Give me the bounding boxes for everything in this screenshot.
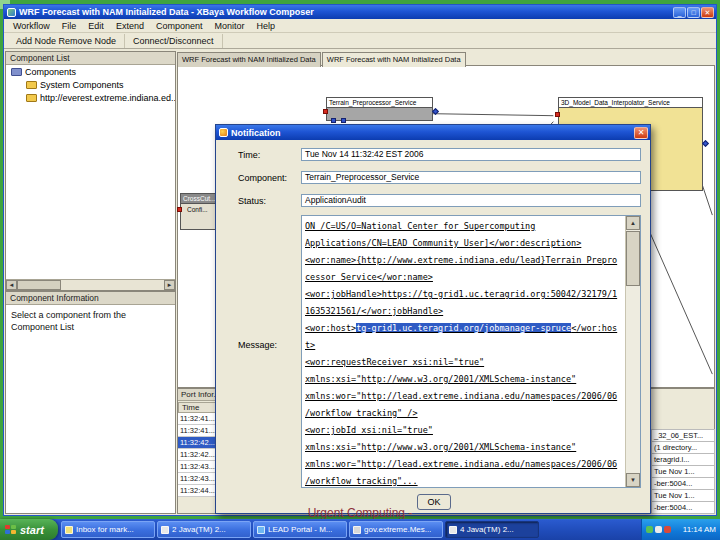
toolbar-button[interactable]: Add Node Remove Node <box>8 34 125 48</box>
time-field[interactable]: Tue Nov 14 11:32:42 EST 2006 <box>301 148 641 161</box>
taskbar-task-button[interactable]: 4 Java(TM) 2... <box>445 521 539 538</box>
message-line: xmlns:xsi="http://www.w3.org/2001/XMLSch… <box>305 371 623 388</box>
tab-wrf-forecast-2[interactable]: WRF Forecast with NAM Initialized Data <box>322 52 466 67</box>
taskbar: start Inbox for mark... 2 Java(TM) 2... … <box>0 519 720 540</box>
menu-item[interactable]: Edit <box>82 19 110 33</box>
tray-icons <box>646 526 671 533</box>
component-field[interactable]: Terrain_Preprocessor_Service <box>301 171 641 184</box>
folder-icon <box>26 94 37 102</box>
menu-item[interactable]: Component <box>150 19 209 33</box>
output-port[interactable] <box>331 118 336 123</box>
message-scrollbar[interactable]: ▲ ▼ <box>625 216 640 487</box>
component-info-text: Select a component from the Component Li… <box>6 305 175 337</box>
notification-dialog: Notification ✕ Time: Tue Nov 14 11:32:42… <box>215 124 651 514</box>
taskbar-clock: 11:14 AM <box>683 525 716 534</box>
monitor-cell[interactable]: Tue Nov 1... <box>651 466 715 478</box>
message-line: Applications/CN=LEAD Community User]</wo… <box>305 235 623 252</box>
tree-item-components[interactable]: Components <box>6 65 175 78</box>
monitor-cell[interactable]: _32_06_EST... <box>651 430 715 442</box>
message-box[interactable]: ON /C=US/O=National Center for Supercomp… <box>301 215 641 488</box>
scroll-up-icon[interactable]: ▲ <box>626 216 640 230</box>
menu-item[interactable]: File <box>56 19 83 33</box>
input-port[interactable] <box>323 109 328 114</box>
input-port[interactable] <box>177 207 182 212</box>
horizontal-scrollbar[interactable]: ◄ ► <box>6 279 175 290</box>
message-line: cessor_Service</wor:name> <box>305 269 623 286</box>
time-label: Time: <box>238 150 260 160</box>
node-terrain-preprocessor[interactable]: Terrain_Preprocessor_Service <box>326 97 433 121</box>
tray-icon[interactable] <box>655 526 662 533</box>
toolbar-button[interactable]: Connect/Disconnect <box>125 34 223 48</box>
input-port[interactable] <box>555 112 560 117</box>
taskbar-task-button[interactable]: LEAD Portal - M... <box>253 521 347 538</box>
tree-item-label: System Components <box>40 80 124 90</box>
scroll-right-icon[interactable]: ► <box>164 280 175 290</box>
folder-icon <box>26 81 37 89</box>
scrollbar-track[interactable] <box>61 280 164 290</box>
maximize-button[interactable]: □ <box>687 7 700 18</box>
tree-item-registry-url[interactable]: http://everest.extreme.indiana.ed... <box>6 91 175 104</box>
monitor-right-cells: _32_06_EST...(1 directory...teragrid.l..… <box>651 429 715 514</box>
message-text-segment: </wor:hos <box>571 323 617 333</box>
scroll-down-icon[interactable]: ▼ <box>626 473 640 487</box>
output-port[interactable] <box>341 118 346 123</box>
minimize-button[interactable]: _ <box>673 7 686 18</box>
monitor-cell[interactable]: Tue Nov 1... <box>651 490 715 502</box>
message-text-segment: xmlns:xsi="http://www.w3.org/2001/XMLSch… <box>305 374 576 384</box>
menu-item[interactable]: Extend <box>110 19 150 33</box>
task-label: LEAD Portal - M... <box>268 525 332 534</box>
dialog-title: Notification <box>231 128 631 138</box>
task-label: 4 Java(TM) 2... <box>460 525 514 534</box>
tray-icon[interactable] <box>664 526 671 533</box>
dialog-close-button[interactable]: ✕ <box>634 127 648 139</box>
message-text-segment: /workflow_tracking"... <box>305 476 418 486</box>
status-field[interactable]: ApplicationAudit <box>301 194 641 207</box>
tab-wrf-forecast-1[interactable]: WRF Forecast with NAM Initialized Data <box>177 52 321 67</box>
task-icon <box>257 526 265 534</box>
monitor-cell[interactable]: (1 directory... <box>651 442 715 454</box>
window-titlebar[interactable]: WRF Forecast with NAM Initialized Data -… <box>4 5 716 19</box>
taskbar-task-button[interactable]: 2 Java(TM) 2... <box>157 521 251 538</box>
message-text-segment: <wor:name>{http://www.extreme.indiana.ed… <box>305 255 617 265</box>
tray-icon[interactable] <box>646 526 653 533</box>
dialog-titlebar[interactable]: Notification ✕ <box>216 125 650 140</box>
menu-item[interactable]: Workflow <box>7 19 56 33</box>
menu-item[interactable]: Monitor <box>208 19 250 33</box>
component-info-panel: Component Information Select a component… <box>5 291 176 514</box>
node-title: 3D_Model_Data_Interpolator_Service <box>558 97 703 108</box>
tree-item-system-components[interactable]: System Components <box>6 78 175 91</box>
message-text-segment: <wor:requestReceiver xsi:nil="true" <box>305 357 484 367</box>
message-text-segment: <wor:host> <box>305 323 356 333</box>
scrollbar-thumb[interactable] <box>17 280 61 290</box>
task-buttons: Inbox for mark... 2 Java(TM) 2... LEAD P… <box>61 521 539 538</box>
close-button[interactable]: ✕ <box>701 7 714 18</box>
message-line: /workflow_tracking" /> <box>305 405 623 422</box>
notification-icon <box>219 128 228 137</box>
message-text: ON /C=US/O=National Center for Supercomp… <box>305 218 623 487</box>
taskbar-task-button[interactable]: Inbox for mark... <box>61 521 155 538</box>
status-label: Status: <box>238 196 266 206</box>
node-title: Terrain_Preprocessor_Service <box>326 97 433 108</box>
component-list-header: Component List <box>6 52 175 65</box>
message-line: <wor:requestReceiver xsi:nil="true" <box>305 354 623 371</box>
message-line: <wor:host>tg-grid1.uc.teragrid.org/jobma… <box>305 320 623 337</box>
tree-item-label: Components <box>25 67 76 77</box>
start-label: start <box>20 524 44 536</box>
message-line: xmlns:wor="http://lead.extreme.indiana.e… <box>305 388 623 405</box>
selected-text: tg-grid1.uc.teragrid.org/jobmanager-spru… <box>356 323 571 333</box>
message-line: <wor:name>{http://www.extreme.indiana.ed… <box>305 252 623 269</box>
monitor-cell[interactable]: teragrid.l... <box>651 454 715 466</box>
scroll-left-icon[interactable]: ◄ <box>6 280 17 290</box>
message-line: xmlns:xsi="http://www.w3.org/2001/XMLSch… <box>305 439 623 456</box>
task-icon <box>353 526 361 534</box>
monitor-cell[interactable]: -ber:5004... <box>651 478 715 490</box>
message-line: <wor:jobHandle>https://tg-grid1.uc.terag… <box>305 286 623 303</box>
message-text-segment: /workflow_tracking" /> <box>305 408 418 418</box>
windows-logo-icon <box>5 525 17 535</box>
menu-item[interactable]: Help <box>250 19 281 33</box>
component-tree: Components System Components http://ever… <box>6 65 175 279</box>
taskbar-task-button[interactable]: gov.extreme.Mes... <box>349 521 443 538</box>
scrollbar-thumb[interactable] <box>626 231 640 286</box>
start-button[interactable]: start <box>0 519 58 540</box>
message-text-segment: t> <box>305 340 315 350</box>
